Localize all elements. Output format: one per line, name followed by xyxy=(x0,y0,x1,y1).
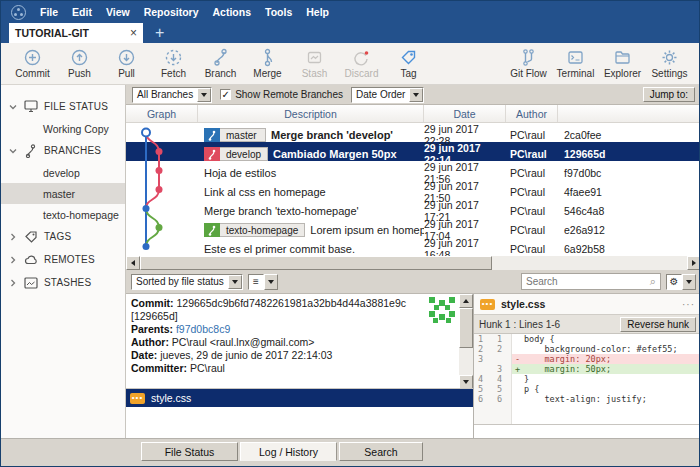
pull-button[interactable]: Pull xyxy=(103,48,150,79)
branch-filter-select[interactable]: All Branches xyxy=(132,87,212,103)
sidebar-item-texto-homepage[interactable]: texto-homepage xyxy=(1,204,125,225)
order-select[interactable]: Date Order xyxy=(351,87,424,103)
chevron-down-icon[interactable] xyxy=(264,274,278,290)
column-header-description[interactable]: Description xyxy=(198,105,424,122)
new-tab-icon[interactable]: + xyxy=(155,23,164,43)
tag-button[interactable]: Tag xyxy=(385,48,432,79)
tab-log-history[interactable]: Log / History xyxy=(240,442,337,461)
git-flow-button[interactable]: Git Flow xyxy=(505,48,552,79)
commit-author: PC\raul xyxy=(506,129,558,141)
jump-to-button[interactable]: Jump to: xyxy=(643,87,695,102)
parent-sha-link[interactable]: f97d0bc8c9 xyxy=(176,323,230,335)
column-header-author[interactable]: Author xyxy=(506,105,558,122)
diff-line: 11body { xyxy=(474,334,700,344)
tab-file-status[interactable]: File Status xyxy=(141,442,238,461)
stash-button[interactable]: Stash xyxy=(291,48,338,79)
filter-bar: All Branches ✓ Show Remote Branches Date… xyxy=(126,85,700,105)
tag-icon xyxy=(23,230,38,243)
file-row-selected[interactable]: ••• style.css xyxy=(126,389,473,407)
file-name: style.css xyxy=(151,392,191,404)
menu-repository[interactable]: Repository xyxy=(144,6,199,18)
diff-line-added: 3+ margin: 50px; xyxy=(474,364,700,374)
tab-close-icon[interactable]: × xyxy=(130,26,137,40)
commit-info-scrollbar[interactable] xyxy=(459,294,473,389)
chevron-right-icon[interactable] xyxy=(9,279,17,287)
push-button[interactable]: Push xyxy=(56,48,103,79)
tab-search[interactable]: Search xyxy=(339,442,423,461)
discard-button[interactable]: Discard xyxy=(338,48,385,79)
branch-icon xyxy=(204,223,220,237)
scroll-left-icon[interactable] xyxy=(126,256,140,270)
commit-button[interactable]: Commit xyxy=(9,48,56,79)
reverse-hunk-button[interactable]: Reverse hunk xyxy=(620,317,696,332)
branch-button[interactable]: Branch xyxy=(197,48,244,79)
terminal-button[interactable]: Terminal xyxy=(552,48,599,79)
log-horizontal-scrollbar[interactable] xyxy=(126,256,700,270)
commit-detail-panel: Commit: 129665dc9b6fd7482261981a32bb4d44… xyxy=(126,294,473,438)
merge-icon xyxy=(258,48,277,67)
menu-tools[interactable]: Tools xyxy=(265,6,292,18)
chevron-down-icon[interactable] xyxy=(9,103,17,111)
search-box[interactable]: ⌕ xyxy=(521,273,661,290)
scroll-up-icon[interactable] xyxy=(459,294,473,308)
chevron-down-icon[interactable] xyxy=(409,88,423,102)
commit-row-selected[interactable]: develop Cambiado Margen 50px 29 jun 2017… xyxy=(126,142,700,161)
sidebar-section-file-status[interactable]: FILE STATUS xyxy=(1,95,125,118)
hunk-header: Hunk 1 : Lines 1-6 Reverse hunk xyxy=(474,314,700,334)
settings-button[interactable]: Settings xyxy=(646,48,693,79)
sidebar-section-stashes[interactable]: STASHES xyxy=(1,271,125,294)
chevron-down-icon[interactable] xyxy=(9,147,17,155)
repo-tab-title: TUTORIAL-GIT xyxy=(15,27,130,39)
modified-file-icon: ••• xyxy=(480,299,495,310)
column-header-date[interactable]: Date xyxy=(424,105,506,122)
sidebar-item-develop[interactable]: develop xyxy=(1,162,125,183)
diff-options-icon[interactable]: ··· xyxy=(682,299,695,310)
chevron-down-icon[interactable] xyxy=(228,275,242,289)
chevron-right-icon[interactable] xyxy=(9,233,17,241)
gear-icon[interactable]: ⚙ xyxy=(666,274,682,290)
search-options-button[interactable]: ⚙ xyxy=(666,274,696,290)
column-header-graph[interactable]: Graph xyxy=(126,105,198,122)
fetch-button[interactable]: Fetch xyxy=(150,48,197,79)
show-remote-branches-checkbox[interactable]: ✓ Show Remote Branches xyxy=(220,89,343,100)
commit-row[interactable]: Este es el primer commit base. 29 jun 20… xyxy=(126,237,700,256)
commit-row[interactable]: Link al css en homepage 29 jun 2017 21:5… xyxy=(126,180,700,199)
sort-select[interactable]: Sorted by file status xyxy=(131,274,243,290)
commit-row[interactable]: texto-homepage Lorem ipsum en homepage 2… xyxy=(126,218,700,237)
diff-line: 22 background-color: #efef55; xyxy=(474,344,700,354)
menu-view[interactable]: View xyxy=(106,6,130,18)
menu-actions[interactable]: Actions xyxy=(213,6,252,18)
commit-message: Merge branch 'develop' xyxy=(271,129,393,141)
commit-row[interactable]: master Merge branch 'develop' 29 jun 201… xyxy=(126,123,700,142)
diff-panel: ••• style.css ··· Hunk 1 : Lines 1-6 Rev… xyxy=(473,294,700,438)
scrollbar-thumb[interactable] xyxy=(140,256,492,270)
sidebar-item-working-copy[interactable]: Working Copy xyxy=(1,118,125,139)
sidebar-section-branches[interactable]: BRANCHES xyxy=(1,139,125,162)
repo-tab[interactable]: TUTORIAL-GIT × xyxy=(9,23,143,43)
chevron-down-icon[interactable] xyxy=(197,88,211,102)
sidebar-section-remotes[interactable]: REMOTES xyxy=(1,248,125,271)
menu-help[interactable]: Help xyxy=(306,6,329,18)
pull-icon xyxy=(117,48,136,67)
chevron-down-icon[interactable] xyxy=(682,274,696,290)
explorer-button[interactable]: Explorer xyxy=(599,48,646,79)
sidebar-item-master[interactable]: master xyxy=(1,183,125,204)
scroll-right-icon[interactable] xyxy=(687,256,700,270)
merge-button[interactable]: Merge xyxy=(244,48,291,79)
menu-edit[interactable]: Edit xyxy=(72,6,92,18)
scrollbar-thumb[interactable] xyxy=(459,308,473,348)
commit-row[interactable]: Merge branch 'texto-homepage' 29 jun 201… xyxy=(126,199,700,218)
sidebar-section-tags[interactable]: TAGS xyxy=(1,225,125,248)
view-mode-button[interactable]: ≡ xyxy=(248,274,278,290)
column-header-commit[interactable] xyxy=(558,105,700,122)
list-view-icon[interactable]: ≡ xyxy=(248,274,264,290)
search-input[interactable] xyxy=(526,276,650,287)
scroll-down-icon[interactable] xyxy=(459,375,473,389)
chevron-right-icon[interactable] xyxy=(9,256,17,264)
commit-field: Committer: PC\raul xyxy=(131,362,427,375)
commit-row[interactable]: Hoja de estilos 29 jun 2017 21:56 PC\rau… xyxy=(126,161,700,180)
cloud-icon xyxy=(23,254,38,266)
menu-file[interactable]: File xyxy=(40,6,58,18)
checkbox-check-icon[interactable]: ✓ xyxy=(220,89,231,100)
commit-list: master Merge branch 'develop' 29 jun 201… xyxy=(126,123,700,256)
